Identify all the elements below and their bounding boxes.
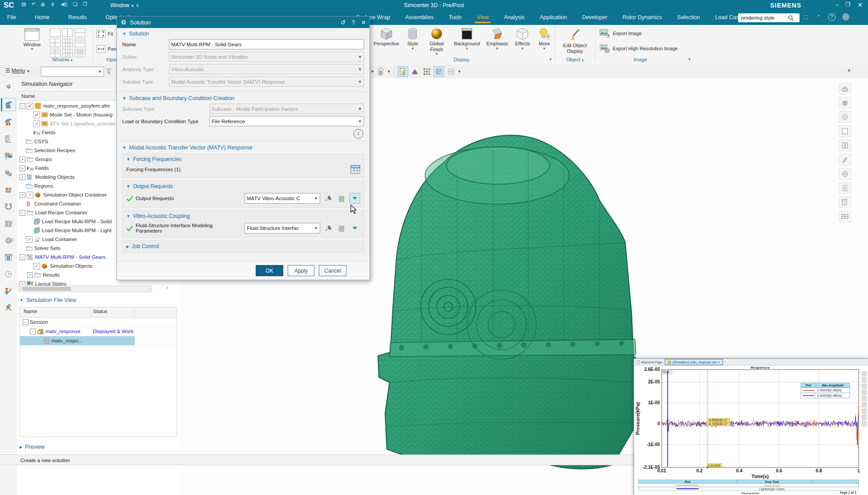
tab-tools[interactable]: Tools (447, 12, 463, 23)
tree-checkbox[interactable]: ✓ (27, 103, 33, 109)
window-layout-option-6[interactable] (75, 39, 85, 47)
section-subcase[interactable]: ▼Subcase and Boundary Condition Creation (122, 95, 364, 101)
tab-results[interactable]: Results (67, 12, 89, 23)
file-view-col-status[interactable]: Status (90, 307, 135, 317)
global-finish-button[interactable]: Global Finish▼ (423, 27, 450, 56)
name-input[interactable]: MATV Multi-RPM - Solid Gears (169, 39, 364, 49)
fsi-parameters-combo[interactable]: Fluid-Structure Interfac▼ (245, 223, 320, 233)
viewport-tool-1-icon[interactable] (839, 83, 851, 94)
fit-button[interactable]: Fit (96, 29, 113, 38)
scroll-left-icon[interactable]: ‹ (18, 287, 22, 291)
tab-simulation-sim[interactable]: (Simulation) matv_response.sim× (665, 359, 723, 365)
window-layout-option-8[interactable] (62, 49, 73, 57)
issue-info-icon[interactable]: i (2, 234, 15, 246)
responses-chart[interactable]: 2.6E-052E-051E-050-1E-05-2.1E-050.010.20… (634, 365, 868, 495)
viewport-tool-9-icon[interactable] (839, 197, 851, 208)
section-solution[interactable]: ▼Solution (122, 31, 364, 37)
scroll-right-icon[interactable]: › (148, 287, 152, 291)
node-labels-toggle-icon[interactable]: 123 (434, 66, 444, 77)
constraint-clamp-icon[interactable] (2, 200, 15, 213)
toolbar-drop-icon[interactable]: ▼ (387, 69, 391, 74)
tab-selection[interactable]: Selection (675, 12, 702, 23)
grid-display-icon[interactable] (446, 66, 456, 77)
assembly-navigator-icon[interactable] (2, 166, 15, 179)
tab-welcome-page[interactable]: Welcome Page (634, 359, 665, 365)
customize-tools-icon[interactable] (2, 302, 15, 314)
window-layout-option-5[interactable] (62, 39, 73, 47)
viewport-tool-5-icon[interactable] (839, 140, 851, 151)
tree-expand-toggle[interactable]: + (20, 192, 25, 198)
tree-checkbox[interactable]: ✓ (33, 121, 40, 127)
edit-modeling-object-button[interactable] (323, 223, 334, 233)
tab-file[interactable]: File (5, 12, 18, 23)
window-layout-option-2[interactable] (62, 28, 73, 37)
render-style-icon[interactable] (377, 67, 385, 76)
viewport-tool-4-icon[interactable] (839, 125, 851, 137)
user-avatar[interactable] (842, 13, 849, 20)
information-icon[interactable]: i (354, 129, 363, 139)
close-button[interactable]: ✕ (857, 1, 863, 8)
create-modeling-object-button[interactable] (336, 223, 347, 233)
settings-gear-icon[interactable] (2, 81, 15, 93)
window-layout-option-7[interactable] (50, 49, 60, 57)
file-view-col-name[interactable]: Name (20, 307, 90, 317)
scrollbar-thumb[interactable] (22, 287, 71, 291)
job-control-card[interactable]: ▶Job Control (122, 240, 364, 253)
apply-button[interactable]: Apply (288, 265, 314, 276)
viewport-tool-10-icon[interactable] (839, 211, 851, 222)
tree-expand-toggle[interactable]: − (30, 329, 36, 334)
web-browser-icon[interactable] (2, 251, 15, 263)
background-button[interactable]: Background▼ (450, 27, 483, 56)
dialog-reset-icon[interactable]: ↺ (341, 19, 346, 26)
menu-button[interactable]: ☰ Menu ▼ (5, 68, 30, 74)
part-library-icon[interactable] (2, 217, 15, 229)
lighting-page-icon[interactable] (398, 66, 408, 77)
toolbar-drop-icon[interactable]: ▼ (370, 69, 374, 74)
create-modeling-object-button[interactable] (336, 193, 347, 204)
minimize-button[interactable]: ‒ (836, 1, 839, 8)
gearbox-model[interactable] (368, 116, 662, 494)
export-high-res-image-button[interactable]: Export High Resolution Image (599, 44, 678, 53)
fem-mesh-toggle-icon[interactable] (422, 66, 432, 77)
plot-window[interactable]: Welcome Page (Simulation) matv_response.… (634, 358, 868, 495)
viewport-tool-3-icon[interactable] (839, 111, 851, 123)
tree-expand-toggle[interactable]: − (20, 210, 25, 216)
window-layout-option-9[interactable] (75, 49, 85, 57)
tree-checkbox[interactable]: ✓ (27, 192, 33, 198)
effects-button[interactable]: Effects▼ (511, 27, 534, 56)
file-view-row-matv-response[interactable]: −matv_responseDisplayed & Work (20, 327, 177, 336)
panel-expand-icon[interactable]: › (166, 285, 168, 290)
collapse-ribbon-icon[interactable]: ⌃ (816, 14, 820, 20)
true-shading-icon[interactable] (410, 66, 420, 77)
toolbar-overflow-icon[interactable]: ▼ (847, 68, 851, 73)
viewport-tool-7-icon[interactable] (839, 168, 851, 180)
output-requests-combo[interactable]: MATV Vibro-Acoustic C▼ (245, 193, 320, 204)
image-group-dialog-launcher[interactable]: ▾ (688, 57, 691, 61)
ok-button[interactable]: OK (256, 265, 283, 276)
load-or-boundary-condition-type-combo[interactable]: File Reference▼ (209, 116, 364, 126)
tree-checkbox[interactable]: ✓ (33, 112, 40, 118)
preview-header[interactable]: ▶Preview (20, 444, 45, 450)
help-icon[interactable]: ? (828, 13, 836, 21)
tab-assemblies[interactable]: Assemblies (403, 12, 435, 23)
search-icon[interactable] (788, 15, 794, 21)
navigator-hscrollbar[interactable]: ‹ › (18, 286, 152, 292)
tree-expand-toggle[interactable]: − (20, 103, 25, 109)
section-output-requests[interactable]: ▼Output Requests (126, 183, 360, 189)
tree-expand-toggle[interactable]: + (20, 174, 25, 180)
tree-expand-toggle[interactable]: − (20, 254, 25, 260)
fullscreen-icon[interactable]: ⛶ (804, 14, 808, 20)
search-input[interactable] (740, 15, 788, 21)
pan-button[interactable]: Pan (96, 44, 117, 53)
file-view-row-matv-respo-[interactable]: matv_respo... (20, 336, 177, 346)
window-layout-option-4[interactable] (50, 39, 60, 47)
tab-home[interactable]: Home (33, 12, 51, 23)
selection-filter-icon[interactable] (105, 68, 113, 76)
history-clock-icon[interactable] (2, 268, 15, 280)
tree-expand-toggle[interactable]: + (20, 165, 25, 171)
fem-navigator-icon[interactable] (2, 183, 15, 196)
tab-rotor-dynamics[interactable]: Rotor Dynamics (621, 12, 664, 23)
tab-developer[interactable]: Developer (580, 12, 609, 23)
forcing-frequencies-item[interactable]: Forcing Frequencies (1) (126, 167, 181, 172)
perspective-button[interactable]: Perspective (370, 27, 402, 56)
